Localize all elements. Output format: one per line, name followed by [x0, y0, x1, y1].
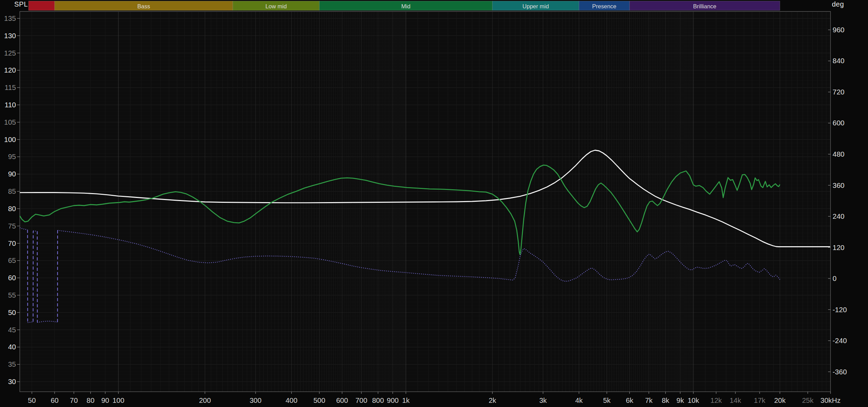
spl-phase-chart: BassLow midMidUpper midPresenceBrillianc…: [0, 0, 868, 407]
deg-tick-label: 960: [833, 26, 844, 34]
spl-tick-label: 100: [4, 135, 16, 143]
freq-tick-label: 3k: [539, 396, 547, 404]
freq-tick-label: 2k: [489, 396, 496, 404]
spl-tick-label: 95: [8, 152, 16, 160]
freq-tick-label: 25k: [802, 396, 814, 404]
spl-tick-label: 105: [4, 118, 16, 126]
spl-tick-label: 110: [5, 101, 16, 109]
spl-tick-label: 65: [8, 256, 16, 264]
freq-tick-label: 90: [101, 396, 109, 404]
band-sub-bass: [28, 1, 55, 10]
spl-tick-label: 45: [8, 326, 16, 334]
chart-canvas: BassLow midMidUpper midPresenceBrillianc…: [0, 0, 868, 407]
band-label-low-mid: Low mid: [265, 3, 286, 9]
band-label-brilliance: Brilliance: [693, 3, 716, 9]
spl-tick-label: 125: [4, 49, 16, 57]
deg-tick-label: 600: [833, 119, 844, 127]
spl-tick-label: 30: [8, 377, 16, 385]
freq-tick-label: 7k: [645, 396, 653, 404]
freq-tick-label: 400: [285, 396, 297, 404]
freq-tick-label: 80: [86, 396, 94, 404]
spl-tick-label: 60: [8, 274, 16, 282]
freq-tick-label: 6k: [626, 396, 633, 404]
spl-tick-label: 115: [5, 83, 16, 91]
freq-tick-label: 1k: [402, 396, 410, 404]
deg-tick-label: 120: [833, 243, 844, 251]
freq-tick-label: 30kHz: [820, 396, 841, 404]
spl-tick-label: 70: [8, 239, 16, 247]
freq-tick-label: 20k: [774, 396, 786, 404]
deg-tick-label: -120: [833, 306, 847, 314]
freq-tick-label: 900: [387, 396, 399, 404]
freq-tick-label: 8k: [662, 396, 669, 404]
spl-tick-label: 35: [8, 360, 16, 368]
freq-tick-label: 500: [314, 396, 325, 404]
freq-tick-label: 200: [199, 396, 211, 404]
deg-tick-label: -360: [833, 368, 847, 376]
freq-tick-label: 10k: [687, 396, 699, 404]
freq-tick-label: 50: [28, 396, 36, 404]
spl-tick-label: 40: [8, 343, 16, 351]
freq-tick-label: 70: [70, 396, 78, 404]
deg-tick-label: 360: [833, 181, 844, 189]
spl-axis-title: SPL: [14, 0, 28, 8]
deg-tick-label: -240: [833, 337, 847, 344]
spl-tick-label: 90: [8, 170, 16, 178]
deg-axis-title: deg: [832, 0, 844, 8]
deg-tick-label: 0: [833, 274, 836, 282]
freq-tick-label: 14k: [729, 396, 741, 404]
spl-tick-label: 55: [8, 291, 16, 299]
spl-tick-label: 80: [8, 205, 16, 213]
spl-tick-label: 120: [4, 66, 16, 74]
band-label-presence: Presence: [592, 3, 617, 9]
freq-tick-label: 800: [372, 396, 384, 404]
deg-tick-label: 720: [833, 88, 844, 96]
freq-tick-label: 17k: [754, 396, 766, 404]
spl-tick-label: 130: [4, 32, 16, 40]
deg-tick-label: 840: [833, 57, 844, 65]
freq-tick-label: 5k: [603, 396, 611, 404]
spl-tick-label: 135: [4, 14, 16, 22]
deg-tick-label: 240: [833, 212, 844, 220]
freq-tick-label: 700: [356, 396, 367, 404]
spl-tick-label: 50: [8, 308, 16, 316]
deg-tick-label: 480: [833, 150, 844, 158]
freq-tick-label: 60: [51, 396, 59, 404]
freq-tick-label: 12k: [710, 396, 722, 404]
freq-tick-label: 9k: [676, 396, 684, 404]
spl-tick-label: 85: [8, 187, 16, 195]
band-label-upper-mid: Upper mid: [523, 3, 549, 9]
freq-tick-label: 4k: [575, 396, 583, 404]
band-label-bass: Bass: [137, 3, 150, 9]
freq-tick-label: 300: [250, 396, 261, 404]
band-label-mid: Mid: [401, 3, 411, 9]
spl-tick-label: 75: [8, 222, 16, 230]
freq-tick-label: 600: [336, 396, 348, 404]
freq-tick-label: 100: [112, 396, 124, 404]
